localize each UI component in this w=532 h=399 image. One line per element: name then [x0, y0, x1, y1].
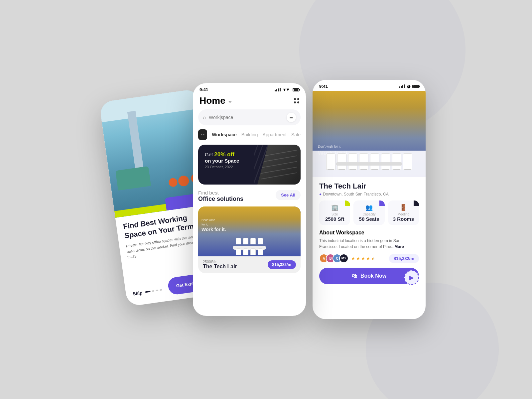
dot-3: [156, 290, 158, 291]
size-label: Size: [322, 212, 347, 216]
promo-line1: Get 20% off: [205, 151, 294, 158]
find-best-label: Find best: [198, 190, 243, 196]
meeting-value: 3 Rooms: [391, 216, 416, 222]
stool-3: [168, 178, 178, 187]
listing-size: 2500Sfts: [203, 260, 237, 264]
detail-hero-banner: → Don't wish for it, Work for it.: [313, 91, 426, 177]
price-tag: $15,382/m: [389, 254, 419, 263]
status-bar-2: 9:41 ▾▼: [193, 83, 306, 94]
office-section-header: Find best Office solutions See All: [193, 190, 306, 206]
chevron-down-icon[interactable]: ⌄: [227, 97, 232, 104]
place-location: ● Downtown, South San Francisco, CA: [319, 192, 419, 197]
size-value: 2500 Sft: [322, 216, 347, 222]
status-bar-3: 9:41 ◕: [313, 80, 426, 91]
reviewer-avatars: A B C 97+: [319, 254, 348, 263]
wifi-icon-3: ◕: [407, 84, 410, 89]
listing-info-left: 2500Sfts The Tech Lair: [203, 260, 237, 270]
search-bar[interactable]: ⌕ ≣: [198, 109, 301, 125]
promo-date: 23 October, 2022: [205, 165, 294, 169]
menu-dot-1: [294, 98, 296, 100]
promo-card: Get 20% off on your Space 23 October, 20…: [198, 145, 301, 185]
menu-dot-3: [294, 101, 296, 103]
tab-building[interactable]: Building: [241, 132, 258, 137]
rating-stars: ★ ★ ★ ★ ★★: [351, 256, 375, 261]
conference-table: [336, 162, 402, 166]
promo-line2: on your Space: [205, 158, 294, 164]
about-description: This industrial location is a hidden gem…: [319, 238, 400, 249]
stat-meeting: 🚪 Meeting 3 Rooms: [388, 200, 419, 225]
meeting-icon: 🚪: [391, 204, 416, 211]
category-tabs: ☷ Workspace Building Appartment Sale: [193, 129, 306, 145]
star-1: ★: [351, 256, 355, 261]
review-row: A B C 97+ ★ ★ ★ ★ ★★ $15,382/m: [319, 254, 419, 263]
menu-dot-4: [297, 101, 299, 103]
about-title: About Workspace: [319, 230, 419, 236]
dot-4: [160, 289, 162, 291]
stat-dark-decor: [414, 200, 419, 206]
tab-appartment[interactable]: Appartment: [263, 132, 287, 137]
skip-label: Skip: [132, 290, 143, 297]
book-bag-icon: 🛍: [352, 273, 357, 279]
stat-capacity: 👥 Capacity 50 Seats: [353, 200, 384, 225]
signal-icon-3: [399, 84, 405, 88]
promo-discount: 20% off: [214, 151, 234, 158]
home-title: Home ⌄: [200, 95, 232, 106]
search-input[interactable]: [209, 115, 284, 120]
play-button[interactable]: ▶: [404, 270, 419, 285]
menu-dot-2: [297, 98, 299, 100]
skip-button[interactable]: Skip: [132, 287, 163, 296]
meeting-room-image: Don't wish for it, Work for it.: [198, 206, 301, 256]
search-icon: ⌕: [203, 114, 206, 120]
progress-dots: [145, 289, 162, 293]
avatar-and-stars: A B C 97+ ★ ★ ★ ★ ★★: [319, 254, 375, 263]
star-4: ★: [366, 256, 370, 261]
menu-icon[interactable]: [294, 98, 299, 103]
see-all-button[interactable]: See All: [276, 190, 301, 200]
capacity-label: Capacity: [356, 212, 382, 216]
battery-icon-3: [412, 85, 419, 88]
listing-card-tech-lair[interactable]: Don't wish for it, Work for it.: [198, 206, 301, 273]
avatar-count: 97+: [339, 254, 348, 263]
phone-home: 9:41 ▾▼ Home ⌄: [193, 83, 306, 316]
status-icons-3: ◕: [399, 84, 419, 89]
office-solutions-label: Office solutions: [198, 196, 243, 202]
signal-icon: [275, 88, 281, 91]
status-icons: ▾▼: [275, 87, 299, 92]
stool-2: [178, 175, 190, 187]
stats-row: 🏢 Size 2500 Sft 👥 Capacity 50 Seats 🚪 Me…: [319, 200, 419, 225]
phones-container: Find Best Working Space on Your Terms. P…: [50, 80, 482, 319]
book-now-button[interactable]: 🛍 Book Now: [319, 268, 419, 284]
filter-icon[interactable]: ≣: [287, 113, 296, 122]
phone-detail: 9:41 ◕ → Don't wish for it,: [313, 80, 426, 319]
star-2: ★: [356, 256, 360, 261]
about-text: This industrial location is a hidden gem…: [319, 238, 419, 250]
tab-workspace[interactable]: Workspace: [212, 132, 236, 137]
workspace-category-icon[interactable]: ☷: [198, 129, 207, 140]
tab-sale[interactable]: Sale: [291, 132, 301, 137]
dot-2: [152, 290, 154, 292]
dot-1: [145, 291, 150, 293]
location-text: Downtown, South San Francisco, CA: [323, 192, 388, 197]
listing-card-info: 2500Sfts The Tech Lair $15,382/m: [198, 256, 301, 273]
battery-icon: [293, 88, 299, 91]
time-display-3: 9:41: [319, 84, 328, 89]
listing-price-badge[interactable]: $15,382/m: [268, 260, 296, 269]
wall-quote: Don't wish for it, Work for it.: [201, 218, 226, 233]
detail-content-area: The Tech Lair ● Downtown, South San Fran…: [313, 177, 426, 289]
ceiling-decor: [99, 89, 200, 122]
chairs-bottom: [236, 248, 263, 255]
place-name: The Tech Lair: [319, 182, 419, 191]
listing-card-image: Don't wish for it, Work for it.: [198, 206, 301, 256]
time-display: 9:41: [200, 87, 208, 92]
about-section: About Workspace This industrial location…: [319, 230, 419, 250]
listing-name: The Tech Lair: [203, 264, 237, 270]
book-now-label: Book Now: [360, 273, 386, 279]
section-heading: Find best Office solutions: [198, 190, 243, 202]
meeting-label: Meeting: [391, 212, 416, 216]
home-label: Home: [200, 95, 225, 106]
capacity-value: 50 Seats: [356, 216, 382, 222]
star-3: ★: [361, 256, 365, 261]
more-link[interactable]: More: [394, 244, 404, 249]
stat-size: 🏢 Size 2500 Sft: [319, 200, 350, 225]
stat-purple-decor: [379, 200, 385, 206]
